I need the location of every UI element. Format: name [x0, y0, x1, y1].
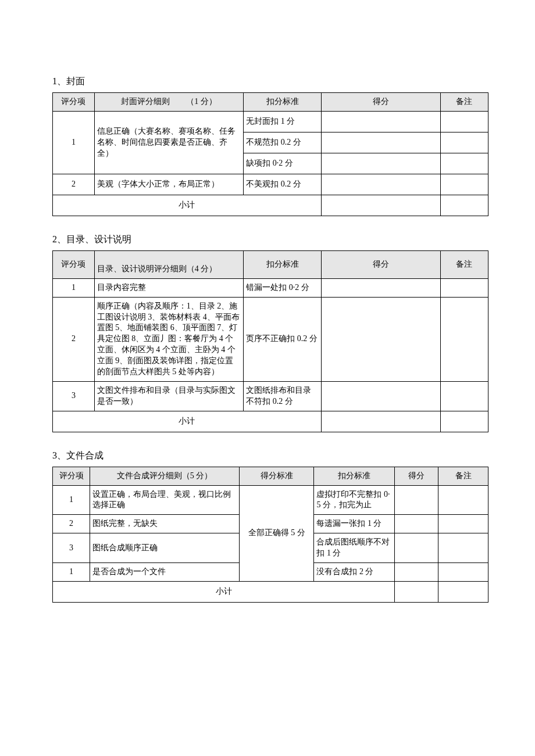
std-cell: 合成后图纸顺序不对扣 1 分: [314, 533, 395, 563]
score-cell: [321, 153, 440, 174]
detail-cell: 是否合成为一个文件: [90, 563, 240, 582]
col-header: 得分: [321, 250, 440, 278]
col-header: 扣分标准: [314, 467, 395, 485]
score-cell: [321, 411, 440, 432]
remark-cell: [440, 153, 488, 174]
std-cell: 不美观扣 0.2 分: [244, 174, 321, 195]
score-cell: [321, 132, 440, 153]
remark-cell: [440, 381, 488, 411]
remark-cell: [440, 411, 488, 432]
scorestd-cell: 全部正确得 5 分: [239, 485, 313, 581]
col-header: 评分项: [53, 467, 90, 485]
col-header: 封面评分细则 （1 分）: [94, 93, 244, 112]
std-cell: 页序不正确扣 0.2 分: [244, 297, 321, 381]
table-row: 1 设置正确，布局合理、美观，视口比例选择正确 全部正确得 5 分 虚拟打印不完…: [53, 485, 488, 515]
std-cell: 缺项扣 0·2 分: [244, 153, 321, 174]
table-header-row: 评分项 文件合成评分细则（5 分） 得分标准 扣分标准 得分 备注: [53, 467, 488, 485]
row-index: 2: [53, 297, 95, 381]
col-header: 扣分标准: [244, 93, 321, 112]
subtotal-row: 小计: [53, 411, 488, 432]
row-index: 2: [53, 174, 95, 195]
table-row: 2 美观（字体大小正常，布局正常） 不美观扣 0.2 分: [53, 174, 488, 195]
row-index: 1: [53, 278, 95, 297]
row-index: 3: [53, 533, 90, 563]
remark-cell: [440, 297, 488, 381]
col-header: 得分: [321, 93, 440, 112]
remark-cell: [440, 278, 488, 297]
row-index: 2: [53, 515, 90, 533]
section-title-1: 1、封面: [52, 76, 488, 88]
detail-cell: 美观（字体大小正常，布局正常）: [94, 174, 244, 195]
table-row: 2 顺序正确（内容及顺序：1、目录 2、施工图设计说明 3、装饰材料表 4、平面…: [53, 297, 488, 381]
score-cell: [395, 563, 438, 582]
col-header: 目录、设计说明评分细则（4 分）: [94, 250, 244, 278]
remark-cell: [438, 515, 488, 533]
subtotal-row: 小计: [53, 195, 488, 216]
col-header: 扣分标准: [244, 250, 321, 278]
table-cover: 评分项 封面评分细则 （1 分） 扣分标准 得分 备注 1 信息正确（大赛名称、…: [52, 92, 488, 216]
score-cell: [395, 515, 438, 533]
table-header-row: 评分项 封面评分细则 （1 分） 扣分标准 得分 备注: [53, 93, 488, 112]
remark-cell: [440, 174, 488, 195]
col-header: 得分标准: [239, 467, 313, 485]
section-title-2: 2、目录、设计说明: [52, 234, 488, 246]
detail-cell: 图纸合成顺序正确: [90, 533, 240, 563]
std-cell: 每遗漏一张扣 1 分: [314, 515, 395, 533]
std-cell: 没有合成扣 2 分: [314, 563, 395, 582]
row-index: 3: [53, 381, 95, 411]
subtotal-label: 小计: [53, 581, 395, 602]
table-row: 1 目录内容完整 错漏一处扣 0·2 分: [53, 278, 488, 297]
std-cell: 不规范扣 0.2 分: [244, 132, 321, 153]
remark-cell: [440, 132, 488, 153]
table-merge: 评分项 文件合成评分细则（5 分） 得分标准 扣分标准 得分 备注 1 设置正确…: [52, 467, 488, 603]
row-index: 1: [53, 111, 95, 174]
col-header: 备注: [438, 467, 488, 485]
score-cell: [321, 381, 440, 411]
col-header: 得分: [395, 467, 438, 485]
detail-cell: 信息正确（大赛名称、赛项名称、任务名称、时间信息四要素是否正确、齐全）: [94, 111, 244, 174]
remark-cell: [438, 485, 488, 515]
section-title-3: 3、文件合成: [52, 450, 488, 462]
table-header-row: 评分项 目录、设计说明评分细则（4 分） 扣分标准 得分 备注: [53, 250, 488, 278]
remark-cell: [438, 563, 488, 582]
std-cell: 错漏一处扣 0·2 分: [244, 278, 321, 297]
col-header: 备注: [440, 93, 488, 112]
remark-cell: [440, 111, 488, 132]
score-cell: [395, 581, 438, 602]
score-cell: [321, 297, 440, 381]
detail-cell: 设置正确，布局合理、美观，视口比例选择正确: [90, 485, 240, 515]
detail-cell: 目录内容完整: [94, 278, 244, 297]
score-cell: [395, 533, 438, 563]
col-header: 评分项: [53, 250, 95, 278]
remark-cell: [440, 195, 488, 216]
row-index: 1: [53, 563, 90, 582]
std-cell: 虚拟打印不完整扣 0·5 分，扣完为止: [314, 485, 395, 515]
subtotal-label: 小计: [53, 195, 322, 216]
std-cell: 文图纸排布和目录不符扣 0.2 分: [244, 381, 321, 411]
table-row: 3 文图文件排布和目录（目录与实际图文是否一致） 文图纸排布和目录不符扣 0.2…: [53, 381, 488, 411]
table-row: 1 信息正确（大赛名称、赛项名称、任务名称、时间信息四要素是否正确、齐全） 无封…: [53, 111, 488, 132]
detail-cell: 文图文件排布和目录（目录与实际图文是否一致）: [94, 381, 244, 411]
detail-cell: 图纸完整，无缺失: [90, 515, 240, 533]
subtotal-label: 小计: [53, 411, 322, 432]
col-header: 文件合成评分细则（5 分）: [90, 467, 240, 485]
detail-cell: 顺序正确（内容及顺序：1、目录 2、施工图设计说明 3、装饰材料表 4、平面布置…: [94, 297, 244, 381]
std-cell: 无封面扣 1 分: [244, 111, 321, 132]
score-cell: [395, 485, 438, 515]
remark-cell: [438, 581, 488, 602]
score-cell: [321, 278, 440, 297]
score-cell: [321, 174, 440, 195]
col-header: 评分项: [53, 93, 95, 112]
remark-cell: [438, 533, 488, 563]
table-toc: 评分项 目录、设计说明评分细则（4 分） 扣分标准 得分 备注 1 目录内容完整…: [52, 250, 488, 432]
score-cell: [321, 111, 440, 132]
row-index: 1: [53, 485, 90, 515]
subtotal-row: 小计: [53, 581, 488, 602]
score-cell: [321, 195, 440, 216]
col-header: 备注: [440, 250, 488, 278]
